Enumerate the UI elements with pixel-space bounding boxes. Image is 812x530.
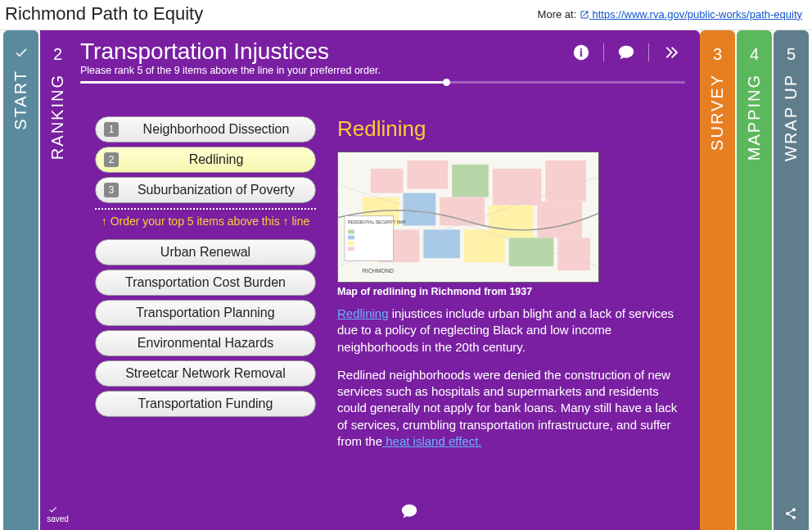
svg-rect-23	[348, 247, 354, 251]
svg-rect-5	[452, 165, 489, 197]
tab-wrapup[interactable]: 5 WRAP UP	[774, 30, 809, 530]
progress-fill	[80, 81, 443, 84]
tab-survey-num: 3	[713, 45, 722, 64]
svg-rect-22	[348, 241, 354, 245]
detail-image[interactable]: RESIDENTIAL SECURITY MAP RICHMOND	[337, 152, 599, 283]
rank-number: 3	[104, 183, 119, 197]
svg-rect-9	[404, 193, 436, 226]
unranked-item[interactable]: Environmental Hazards	[95, 330, 316, 356]
svg-rect-12	[537, 202, 582, 238]
svg-rect-20	[348, 229, 354, 233]
main-title: Transportation Injustices	[80, 39, 572, 65]
svg-rect-4	[407, 161, 448, 189]
rank-number: 2	[104, 152, 119, 167]
external-link[interactable]: https://www.rva.gov/public-works/path-eq…	[580, 8, 802, 20]
tab-mapping[interactable]: 4 MAPPING	[737, 30, 772, 530]
forward-icon[interactable]	[662, 43, 680, 61]
svg-rect-7	[545, 161, 586, 202]
svg-rect-10	[440, 197, 485, 226]
rank-label: Redlining	[125, 152, 307, 167]
page-header: Richmond Path to Equity More at: https:/…	[0, 0, 812, 30]
svg-rect-15	[464, 229, 505, 262]
tab-mapping-label: MAPPING	[745, 74, 764, 161]
svg-rect-17	[557, 238, 590, 270]
comment-icon[interactable]	[617, 43, 635, 61]
tab-survey-label: SURVEY	[708, 74, 727, 151]
ranked-item[interactable]: 2Redlining	[95, 147, 316, 173]
svg-text:RESIDENTIAL SECURITY MAP: RESIDENTIAL SECURITY MAP	[348, 220, 406, 224]
svg-text:RICHMOND: RICHMOND	[363, 268, 394, 274]
ranked-item[interactable]: 1Neighborhood Dissection	[95, 116, 316, 143]
ranking-column: 1Neighborhood Dissection2Redlining3Subur…	[95, 116, 316, 517]
unranked-item[interactable]: Urban Renewal	[95, 239, 316, 265]
progress-bar[interactable]	[80, 81, 685, 84]
main-header: Transportation Injustices Please rank 5 …	[75, 39, 685, 76]
unranked-item[interactable]: Transportation Cost Burden	[95, 270, 316, 296]
heat-island-link[interactable]: heat island effect.	[382, 434, 481, 448]
more-at-label: More at:	[538, 8, 577, 20]
tab-ranking-label: RANKING	[48, 74, 67, 160]
svg-rect-21	[348, 235, 354, 239]
rank-label: Urban Renewal	[104, 245, 307, 260]
tab-start-label: START	[11, 70, 30, 130]
tab-ranking-side: 2 RANKING saved	[40, 30, 75, 530]
rank-number: 1	[104, 122, 119, 137]
image-caption: Map of redlining in Richmond from 1937	[337, 286, 680, 297]
more-at-block: More at: https://www.rva.gov/public-work…	[538, 8, 802, 20]
tab-survey[interactable]: 3 SURVEY	[700, 30, 735, 530]
unranked-item[interactable]: Transportation Funding	[95, 391, 316, 417]
svg-text:i: i	[580, 47, 583, 59]
rank-label: Transportation Planning	[104, 306, 307, 320]
saved-indicator: saved	[47, 505, 69, 523]
check-icon	[14, 45, 29, 60]
comment-button-bottom[interactable]	[400, 502, 418, 520]
detail-para-1: Redlining injustices include urban bligh…	[337, 306, 680, 356]
svg-rect-14	[423, 229, 460, 258]
detail-para-2: Redlined neighborhoods were denied the c…	[337, 367, 680, 450]
main-panel: 2 RANKING saved Transportation Injustice…	[40, 30, 700, 530]
info-icon[interactable]: i	[572, 43, 590, 61]
tab-wrapup-num: 5	[787, 45, 796, 64]
rank-divider-text: ↑ Order your top 5 items above this ↑ li…	[95, 213, 316, 239]
icon-separator	[603, 43, 604, 61]
svg-rect-6	[493, 169, 542, 206]
share-icon[interactable]	[784, 507, 797, 520]
rank-label: Transportation Funding	[104, 396, 307, 411]
page-title: Richmond Path to Equity	[5, 3, 203, 25]
rank-label: Suburbanization of Poverty	[125, 183, 307, 197]
rank-divider-line	[95, 208, 316, 210]
main-subtitle: Please rank 5 of the 9 items above the l…	[80, 65, 572, 76]
ranked-item[interactable]: 3Suburbanization of Poverty	[95, 177, 316, 203]
svg-rect-16	[509, 238, 554, 266]
rank-label: Streetcar Network Removal	[104, 366, 307, 381]
detail-title: Redlining	[337, 116, 680, 142]
body-columns: 1Neighborhood Dissection2Redlining3Subur…	[75, 84, 685, 522]
tab-wrapup-label: WRAP UP	[782, 74, 801, 161]
tab-ranking-num: 2	[53, 45, 62, 64]
unranked-item[interactable]: Streetcar Network Removal	[95, 360, 316, 387]
svg-rect-3	[371, 169, 404, 193]
redlining-link[interactable]: Redlining	[337, 306, 389, 320]
rank-label: Environmental Hazards	[104, 336, 307, 351]
app-body: START 2 RANKING saved Transportation Inj…	[0, 30, 812, 530]
unranked-item[interactable]: Transportation Planning	[95, 300, 316, 326]
tab-mapping-num: 4	[750, 45, 759, 64]
main-content: Transportation Injustices Please rank 5 …	[75, 30, 700, 530]
rank-label: Transportation Cost Burden	[104, 275, 307, 290]
detail-column: Redlining RESIDENTIAL SECURITY MAP	[337, 116, 680, 517]
icon-separator	[648, 43, 649, 61]
tab-start[interactable]: START	[3, 30, 38, 530]
header-icons: i	[572, 39, 685, 61]
rank-label: Neighborhood Dissection	[125, 122, 307, 137]
